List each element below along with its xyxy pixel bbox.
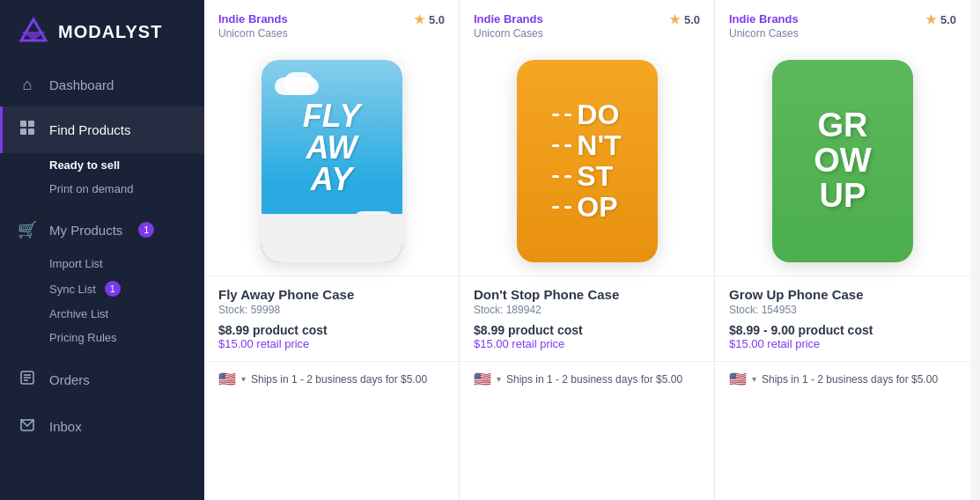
card-header-fly-away: Indie Brands Unicorn Cases ★ 5.0 — [204, 0, 459, 47]
card-image-fly-away[interactable]: FLYAWAY — [204, 47, 459, 276]
flag-icon-dont-stop: 🇺🇸 — [474, 371, 491, 387]
shipping-text-dont-stop: Ships in 1 - 2 business days for $5.00 — [506, 373, 682, 386]
sidebar-item-my-products[interactable]: 🛒 My Products 1 — [0, 208, 204, 252]
supplier-name-grow-up: Unicorn Cases — [729, 27, 799, 40]
product-name-dont-stop: Don't Stop Phone Case — [474, 287, 700, 302]
sync-list-label: Sync List — [49, 283, 96, 296]
stock-value-fly-away: 59998 — [251, 304, 280, 316]
product-retail-grow-up: $15.00 retail price — [729, 337, 956, 350]
pricing-rules-label: Pricing Rules — [49, 331, 117, 344]
shipping-text-fly-away: Ships in 1 - 2 business days for $5.00 — [251, 373, 427, 386]
my-products-badge: 1 — [138, 222, 154, 238]
card-info-fly-away: Fly Away Phone Case Stock: 59998 $8.99 p… — [204, 276, 459, 361]
svg-rect-2 — [20, 121, 26, 127]
orders-label: Orders — [49, 372, 90, 387]
stock-prefix-2: Stock: — [474, 304, 506, 316]
product-stock-grow-up: Stock: 154953 — [729, 304, 956, 316]
sidebar-item-inbox[interactable]: Inbox — [0, 403, 204, 450]
inbox-icon — [18, 415, 37, 438]
star-icon-dont-stop: ★ — [669, 12, 681, 26]
stock-value-grow-up: 154953 — [762, 304, 797, 316]
my-products-label: My Products — [49, 223, 122, 238]
subnav-sync-list[interactable]: Sync List 1 — [49, 276, 204, 302]
product-cost-grow-up: $8.99 - 9.00 product cost — [729, 323, 956, 337]
brand-supplier-fly-away: Indie Brands Unicorn Cases — [218, 12, 288, 40]
dashboard-icon: ⌂ — [18, 76, 37, 94]
chevron-icon-fly-away[interactable]: ▾ — [241, 374, 246, 384]
main-content: Indie Brands Unicorn Cases ★ 5.0 FLYAWAY — [204, 0, 980, 500]
subnav-ready-to-sell[interactable]: Ready to sell — [49, 153, 204, 177]
card-header-grow-up: Indie Brands Unicorn Cases ★ 5.0 — [715, 0, 970, 47]
subnav-print-on-demand[interactable]: Print on demand — [49, 177, 204, 201]
subnav-pricing-rules[interactable]: Pricing Rules — [49, 326, 204, 349]
shipping-info-grow-up: 🇺🇸 ▾ Ships in 1 - 2 business days for $5… — [715, 361, 970, 396]
ready-to-sell-label: Ready to sell — [49, 158, 120, 172]
star-icon-grow-up: ★ — [925, 12, 937, 26]
stock-value-dont-stop: 189942 — [506, 304, 542, 316]
card-info-dont-stop: Don't Stop Phone Case Stock: 189942 $8.9… — [460, 276, 714, 361]
stock-prefix: Stock: — [218, 304, 251, 316]
brand-name-dont-stop: Indie Brands — [474, 12, 543, 26]
rating-value-grow-up: 5.0 — [940, 13, 956, 26]
inbox-label: Inbox — [49, 419, 82, 434]
product-cost-dont-stop: $8.99 product cost — [474, 323, 700, 337]
phone-case-grow-up: GROWUP — [772, 60, 913, 262]
chevron-icon-dont-stop[interactable]: ▾ — [497, 374, 501, 384]
product-retail-dont-stop: $15.00 retail price — [474, 337, 700, 350]
archive-list-label: Archive List — [49, 307, 108, 320]
shipping-info-dont-stop: 🇺🇸 ▾ Ships in 1 - 2 business days for $5… — [460, 361, 714, 396]
rating-dont-stop: ★ 5.0 — [669, 12, 700, 26]
sidebar-item-label: Dashboard — [49, 77, 114, 92]
rating-fly-away: ★ 5.0 — [414, 12, 445, 26]
product-card-dont-stop: Indie Brands Unicorn Cases ★ 5.0 DO — [460, 0, 715, 500]
sidebar-navigation: ⌂ Dashboard Find Products Ready to sell … — [0, 63, 204, 500]
product-retail-fly-away: $15.00 retail price — [218, 337, 445, 350]
svg-rect-3 — [28, 121, 34, 127]
sidebar-item-orders[interactable]: Orders — [0, 357, 204, 403]
product-stock-dont-stop: Stock: 189942 — [474, 304, 700, 316]
shipping-text-grow-up: Ships in 1 - 2 business days for $5.00 — [762, 373, 938, 386]
grow-up-case-text: GROWUP — [814, 108, 871, 214]
supplier-name-dont-stop: Unicorn Cases — [474, 27, 543, 40]
card-image-grow-up[interactable]: GROWUP — [715, 47, 970, 276]
logo-text: MODALYST — [58, 22, 162, 42]
flag-icon-fly-away: 🇺🇸 — [218, 371, 236, 387]
logo-area: MODALYST — [0, 0, 204, 63]
product-name-grow-up: Grow Up Phone Case — [729, 287, 956, 302]
find-products-icon — [18, 119, 37, 141]
product-stock-fly-away: Stock: 59998 — [218, 304, 445, 316]
sync-list-badge: 1 — [105, 281, 121, 297]
dont-stop-case-text: DO N'T ST — [543, 99, 630, 224]
find-products-subnav: Ready to sell Print on demand — [0, 153, 204, 208]
phone-case-fly-away: FLYAWAY — [262, 60, 402, 262]
supplier-name-fly-away: Unicorn Cases — [218, 27, 288, 40]
import-list-label: Import List — [49, 257, 103, 270]
chevron-icon-grow-up[interactable]: ▾ — [752, 374, 756, 384]
sidebar-find-products-label: Find Products — [49, 122, 131, 137]
products-grid: Indie Brands Unicorn Cases ★ 5.0 FLYAWAY — [204, 0, 980, 500]
brand-supplier-dont-stop: Indie Brands Unicorn Cases — [474, 12, 543, 40]
stock-prefix-3: Stock: — [729, 304, 762, 316]
brand-name-grow-up: Indie Brands — [729, 12, 799, 26]
shipping-info-fly-away: 🇺🇸 ▾ Ships in 1 - 2 business days for $5… — [204, 361, 459, 396]
card-header-dont-stop: Indie Brands Unicorn Cases ★ 5.0 — [460, 0, 714, 47]
star-icon-fly-away: ★ — [414, 12, 425, 26]
card-info-grow-up: Grow Up Phone Case Stock: 154953 $8.99 -… — [715, 276, 970, 361]
card-image-dont-stop[interactable]: DO N'T ST — [460, 47, 714, 276]
subnav-import-list[interactable]: Import List — [49, 252, 204, 276]
rating-grow-up: ★ 5.0 — [925, 12, 956, 26]
flag-icon-grow-up: 🇺🇸 — [729, 371, 747, 387]
orders-icon — [18, 369, 37, 391]
subnav-archive-list[interactable]: Archive List — [49, 302, 204, 326]
print-on-demand-label: Print on demand — [49, 182, 133, 195]
brand-name-fly-away: Indie Brands — [218, 12, 288, 26]
sidebar-item-find-products[interactable]: Find Products — [0, 107, 204, 153]
sidebar-item-dashboard[interactable]: ⌂ Dashboard — [0, 63, 204, 107]
my-products-subnav: Import List Sync List 1 Archive List Pri… — [0, 252, 204, 357]
product-card-fly-away: Indie Brands Unicorn Cases ★ 5.0 FLYAWAY — [204, 0, 460, 500]
svg-rect-5 — [28, 129, 34, 135]
product-cost-fly-away: $8.99 product cost — [218, 323, 445, 337]
fly-away-case-text: FLYAWAY — [303, 100, 360, 195]
rating-value-dont-stop: 5.0 — [684, 13, 700, 26]
svg-rect-4 — [20, 129, 26, 135]
